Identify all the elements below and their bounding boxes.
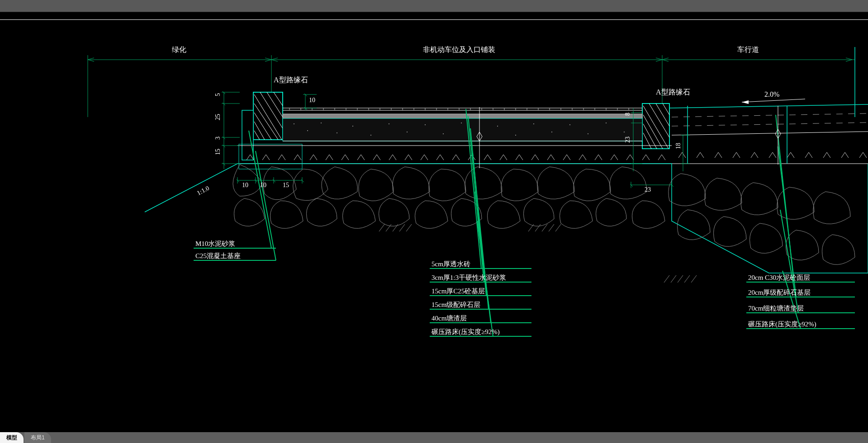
svg-point-61	[337, 132, 337, 133]
svg-point-68	[461, 123, 462, 123]
svg-line-82	[672, 113, 868, 117]
svg-point-67	[443, 133, 444, 134]
svg-line-9	[265, 58, 271, 60]
left-curb-block	[242, 92, 283, 160]
svg-point-64	[389, 123, 389, 124]
svg-line-84	[672, 132, 868, 135]
callout-left-0: M10水泥砂浆	[195, 240, 235, 248]
svg-point-66	[425, 124, 426, 125]
svg-line-92	[406, 224, 412, 231]
svg-line-14	[656, 60, 662, 61]
svg-line-102	[691, 275, 697, 283]
curb-label-right: A型路缘石	[656, 88, 690, 97]
callout-left-1: C25混凝土基座	[195, 252, 241, 260]
svg-rect-22	[642, 104, 669, 149]
section-label-right: 车行道	[737, 45, 759, 55]
drawing-canvas[interactable]: 绿化 非机动车位及入口铺装 车行道 A型路缘石 A型路缘石 2.0% 5 25 …	[0, 20, 868, 427]
svg-point-72	[533, 123, 534, 124]
toolbar-blank	[0, 0, 868, 12]
dim-10-top: 10	[309, 97, 315, 104]
svg-line-143	[256, 151, 276, 260]
svg-line-138	[630, 184, 633, 187]
svg-line-11	[271, 58, 278, 60]
dim-23h: 23	[645, 186, 651, 193]
svg-line-8	[88, 60, 94, 61]
dim-3: 3	[214, 137, 222, 140]
svg-point-74	[569, 124, 570, 125]
callout-mid-2: 15cm厚C25砼基层	[432, 287, 485, 296]
svg-line-98	[664, 275, 669, 283]
callout-right-2: 70cm细粒塘渣垫层	[748, 304, 804, 313]
svg-marker-141	[742, 100, 749, 104]
svg-line-12	[271, 60, 278, 61]
svg-line-83	[672, 123, 868, 126]
svg-point-65	[407, 132, 408, 132]
svg-line-99	[671, 275, 676, 283]
leaders	[194, 109, 855, 336]
layout-tabs: 模型 布局1	[0, 432, 868, 443]
section-label-mid: 非机动车位及入口铺装	[423, 45, 495, 55]
svg-line-88	[379, 224, 384, 231]
dim-15h: 15	[283, 182, 289, 189]
callout-mid-3: 15cm级配碎石层	[432, 301, 480, 309]
svg-line-94	[535, 224, 541, 231]
svg-line-142	[249, 131, 271, 248]
svg-point-62	[352, 126, 353, 127]
dim-18: 18	[675, 143, 682, 149]
svg-line-100	[678, 275, 683, 283]
svg-line-119	[237, 179, 239, 182]
svg-line-97	[555, 224, 561, 231]
svg-line-13	[656, 58, 662, 60]
svg-line-140	[742, 99, 805, 102]
paving-section	[237, 108, 672, 164]
svg-line-15	[662, 58, 669, 60]
dim-15v: 15	[214, 149, 222, 155]
svg-line-18	[846, 60, 852, 61]
dim-10b: 10	[260, 182, 266, 189]
svg-rect-56	[283, 114, 642, 118]
callout-right-3: 碾压路床(压实度≥92%)	[748, 320, 816, 329]
svg-point-73	[551, 132, 552, 132]
dim-5: 5	[214, 93, 222, 96]
svg-point-60	[321, 123, 322, 123]
svg-point-71	[515, 135, 516, 136]
callout-right-1: 20cm厚级配碎石基层	[748, 288, 811, 297]
dim-10a: 10	[242, 182, 248, 189]
svg-rect-57	[283, 118, 642, 141]
svg-line-101	[684, 275, 690, 283]
svg-line-91	[399, 224, 405, 231]
svg-line-122	[301, 179, 304, 182]
svg-point-63	[370, 135, 371, 136]
svg-point-75	[588, 133, 588, 134]
dim-8: 8	[624, 113, 631, 116]
tab-layout1[interactable]: 布局1	[24, 432, 51, 443]
svg-point-58	[294, 123, 294, 124]
tab-model[interactable]: 模型	[0, 432, 24, 443]
svg-line-126	[304, 94, 307, 96]
callout-mid-1: 3cm厚1:3干硬性水泥砂浆	[432, 273, 506, 282]
svg-line-81	[669, 104, 868, 108]
drawing-svg	[0, 20, 868, 427]
right-curb-block	[642, 104, 669, 149]
svg-line-7	[88, 58, 94, 60]
callout-mid-4: 40cm塘渣层	[432, 314, 467, 323]
road-section	[669, 104, 868, 164]
svg-line-17	[846, 58, 852, 60]
dim-23v: 23	[624, 137, 631, 143]
svg-line-139	[671, 184, 674, 187]
section-label-left: 绿化	[172, 45, 186, 55]
svg-point-70	[497, 126, 498, 127]
svg-point-59	[307, 130, 308, 131]
callout-right-0: 20cm C30水泥砼面层	[748, 273, 810, 282]
callout-mid-5: 碾压路床(压实度≥92%)	[432, 328, 500, 336]
svg-rect-20	[242, 110, 253, 160]
curb-label-left: A型路缘石	[274, 75, 308, 85]
slope-label: 2.0%	[764, 90, 779, 99]
slope-arrow	[742, 99, 805, 104]
svg-line-93	[528, 224, 534, 231]
dim-25: 25	[214, 114, 222, 120]
svg-point-77	[624, 132, 625, 132]
rubble-bed	[145, 164, 868, 283]
svg-line-16	[662, 60, 669, 61]
svg-line-90	[393, 224, 398, 231]
